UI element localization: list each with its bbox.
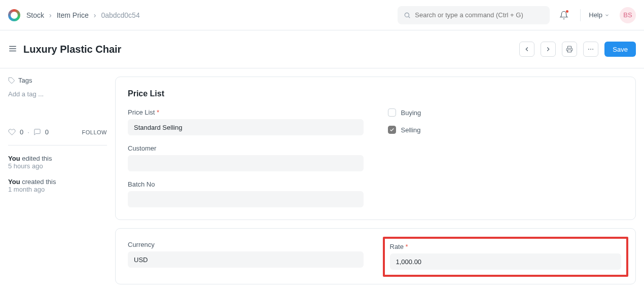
notification-dot-icon	[566, 10, 568, 13]
user-avatar[interactable]: BS	[620, 7, 636, 23]
customer-label: Customer	[128, 144, 364, 152]
currency-rate-section: Currency Rate *	[115, 228, 636, 284]
svg-line-1	[409, 16, 410, 18]
dot-separator: ·	[27, 128, 29, 136]
breadcrumb-stock[interactable]: Stock	[26, 11, 44, 19]
sidebar-toggle[interactable]	[8, 44, 17, 55]
add-tag-input[interactable]: Add a tag ...	[8, 90, 107, 98]
notifications-button[interactable]	[556, 7, 572, 23]
activity-item: You created this 1 month ago	[8, 178, 107, 193]
help-menu[interactable]: Help	[589, 11, 610, 19]
selling-label: Selling	[401, 126, 421, 134]
more-actions-button[interactable]	[583, 42, 598, 57]
svg-point-7	[590, 49, 591, 50]
svg-point-8	[593, 49, 594, 50]
comments-count: 0	[45, 128, 49, 136]
activity-item: You edited this 5 hours ago	[8, 155, 107, 170]
activity-time: 1 month ago	[8, 186, 107, 193]
svg-point-0	[405, 13, 409, 17]
divider	[580, 9, 581, 21]
printer-icon	[566, 46, 573, 53]
print-button[interactable]	[562, 42, 577, 57]
global-search[interactable]	[398, 6, 550, 24]
svg-point-6	[588, 49, 589, 50]
selling-checkbox[interactable]	[388, 126, 396, 134]
breadcrumb-item-price[interactable]: Item Price	[57, 11, 89, 19]
price-list-field[interactable]	[128, 119, 364, 135]
prev-record-button[interactable]	[519, 42, 534, 57]
currency-field[interactable]	[128, 251, 364, 268]
activity-actor: You	[8, 155, 20, 162]
breadcrumb: Stock › Item Price › 0abdcd0c54	[26, 11, 140, 19]
rate-label: Rate *	[390, 243, 622, 250]
menu-icon	[8, 44, 17, 53]
search-icon	[404, 12, 411, 19]
help-label: Help	[589, 11, 602, 19]
activity-time: 5 hours ago	[8, 162, 107, 170]
required-indicator: *	[406, 243, 408, 250]
search-input[interactable]	[415, 11, 544, 19]
comment-icon[interactable]	[33, 128, 41, 136]
next-record-button[interactable]	[541, 42, 556, 57]
svg-rect-5	[568, 50, 571, 52]
batch-no-label: Batch No	[128, 180, 364, 188]
chevron-right-icon	[545, 46, 552, 53]
customer-field[interactable]	[128, 155, 364, 171]
activity-actor: You	[8, 178, 20, 186]
chevron-right-icon: ›	[94, 11, 96, 19]
buying-label: Buying	[401, 109, 421, 117]
likes-count: 0	[20, 128, 23, 136]
activity-action: created this	[20, 178, 56, 186]
follow-button[interactable]: FOLLOW	[82, 129, 107, 135]
chevron-left-icon	[523, 46, 530, 53]
more-horizontal-icon	[587, 46, 594, 53]
price-list-section: Price List Price List * Customer Batch N…	[115, 77, 636, 220]
tags-label-text: Tags	[18, 77, 32, 84]
tags-section-label: Tags	[8, 77, 107, 84]
chevron-down-icon	[604, 13, 610, 18]
tag-icon	[8, 77, 15, 84]
currency-label: Currency	[128, 241, 364, 248]
chevron-right-icon: ›	[49, 11, 52, 19]
app-logo[interactable]	[8, 9, 20, 21]
batch-no-field[interactable]	[128, 191, 364, 207]
price-list-label: Price List *	[128, 108, 364, 116]
activity-action: edited this	[20, 155, 52, 162]
save-button[interactable]: Save	[604, 42, 636, 57]
required-indicator: *	[157, 108, 159, 116]
rate-field[interactable]	[390, 253, 622, 270]
section-title: Price List	[128, 89, 623, 98]
breadcrumb-record-id[interactable]: 0abdcd0c54	[101, 11, 139, 19]
page-title: Luxury Plastic Chair	[23, 44, 121, 55]
rate-highlight: Rate *	[383, 237, 629, 277]
buying-checkbox[interactable]	[388, 108, 396, 117]
heart-icon[interactable]	[8, 128, 16, 136]
